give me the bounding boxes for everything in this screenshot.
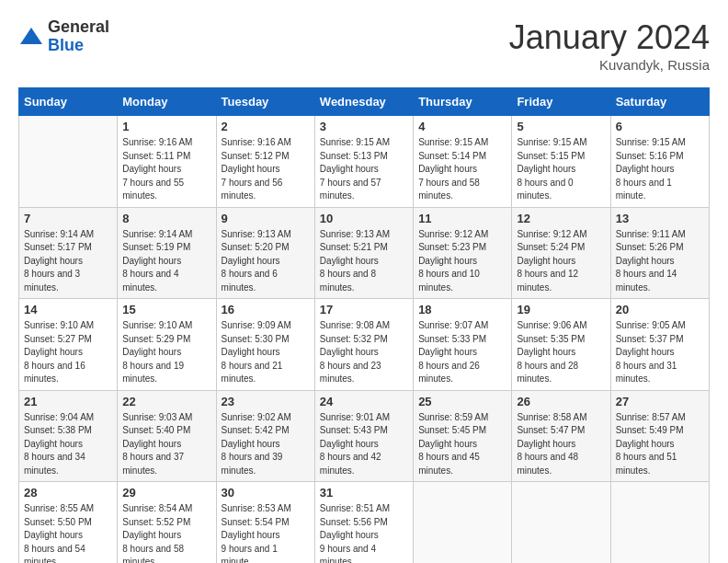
calendar-day-cell: 1Sunrise: 9:16 AMSunset: 5:11 PMDaylight… bbox=[118, 116, 216, 208]
day-info: Sunrise: 9:11 AMSunset: 5:26 PMDaylight … bbox=[616, 228, 704, 295]
calendar-day-cell: 26Sunrise: 8:58 AMSunset: 5:47 PMDayligh… bbox=[512, 390, 610, 482]
weekday-header-thursday: Thursday bbox=[414, 88, 512, 116]
calendar-day-cell: 17Sunrise: 9:08 AMSunset: 5:32 PMDayligh… bbox=[314, 299, 413, 391]
calendar-week-row: 28Sunrise: 8:55 AMSunset: 5:50 PMDayligh… bbox=[19, 482, 710, 564]
day-number: 28 bbox=[24, 486, 112, 500]
calendar-day-cell: 31Sunrise: 8:51 AMSunset: 5:56 PMDayligh… bbox=[314, 482, 413, 564]
day-number: 12 bbox=[517, 212, 605, 225]
calendar-day-cell: 13Sunrise: 9:11 AMSunset: 5:26 PMDayligh… bbox=[610, 207, 709, 299]
calendar-week-row: 7Sunrise: 9:14 AMSunset: 5:17 PMDaylight… bbox=[19, 207, 710, 299]
day-info: Sunrise: 9:14 AMSunset: 5:17 PMDaylight … bbox=[24, 228, 112, 295]
day-info: Sunrise: 8:54 AMSunset: 5:52 PMDaylight … bbox=[122, 502, 210, 563]
calendar-day-cell: 12Sunrise: 9:12 AMSunset: 5:24 PMDayligh… bbox=[512, 207, 610, 299]
day-number: 25 bbox=[418, 395, 506, 408]
logo-general-text: General bbox=[48, 17, 109, 36]
calendar-day-cell: 24Sunrise: 9:01 AMSunset: 5:43 PMDayligh… bbox=[314, 390, 413, 482]
calendar-day-cell bbox=[610, 482, 709, 564]
weekday-header-row: SundayMondayTuesdayWednesdayThursdayFrid… bbox=[19, 88, 710, 116]
day-info: Sunrise: 9:04 AMSunset: 5:38 PMDaylight … bbox=[24, 411, 112, 478]
calendar-day-cell: 2Sunrise: 9:16 AMSunset: 5:12 PMDaylight… bbox=[216, 116, 314, 208]
calendar-day-cell: 14Sunrise: 9:10 AMSunset: 5:27 PMDayligh… bbox=[19, 299, 118, 391]
calendar-day-cell: 9Sunrise: 9:13 AMSunset: 5:20 PMDaylight… bbox=[216, 207, 314, 299]
day-info: Sunrise: 9:13 AMSunset: 5:20 PMDaylight … bbox=[222, 228, 310, 295]
day-number: 2 bbox=[222, 120, 310, 133]
day-info: Sunrise: 9:01 AMSunset: 5:43 PMDaylight … bbox=[320, 411, 408, 478]
day-info: Sunrise: 9:12 AMSunset: 5:23 PMDaylight … bbox=[418, 228, 506, 295]
svg-marker-0 bbox=[20, 28, 42, 44]
day-number: 6 bbox=[616, 120, 704, 133]
calendar-day-cell: 11Sunrise: 9:12 AMSunset: 5:23 PMDayligh… bbox=[414, 207, 512, 299]
day-number: 27 bbox=[616, 395, 704, 408]
calendar-week-row: 21Sunrise: 9:04 AMSunset: 5:38 PMDayligh… bbox=[19, 390, 710, 482]
calendar-day-cell: 28Sunrise: 8:55 AMSunset: 5:50 PMDayligh… bbox=[19, 482, 118, 564]
day-number: 8 bbox=[122, 212, 210, 225]
day-info: Sunrise: 9:05 AMSunset: 5:37 PMDaylight … bbox=[616, 319, 704, 386]
calendar-day-cell: 5Sunrise: 9:15 AMSunset: 5:15 PMDaylight… bbox=[512, 116, 610, 208]
day-info: Sunrise: 9:10 AMSunset: 5:27 PMDaylight … bbox=[24, 319, 112, 386]
day-number: 11 bbox=[418, 212, 506, 225]
weekday-header-saturday: Saturday bbox=[610, 88, 709, 116]
calendar-day-cell bbox=[19, 116, 118, 208]
day-number: 24 bbox=[320, 395, 408, 408]
day-number: 23 bbox=[222, 395, 310, 408]
day-info: Sunrise: 9:12 AMSunset: 5:24 PMDaylight … bbox=[517, 228, 605, 295]
weekday-header-friday: Friday bbox=[512, 88, 610, 116]
calendar-day-cell: 6Sunrise: 9:15 AMSunset: 5:16 PMDaylight… bbox=[610, 116, 709, 208]
weekday-header-wednesday: Wednesday bbox=[314, 88, 413, 116]
calendar-day-cell bbox=[414, 482, 512, 564]
calendar-week-row: 1Sunrise: 9:16 AMSunset: 5:11 PMDaylight… bbox=[19, 116, 710, 208]
calendar-day-cell: 15Sunrise: 9:10 AMSunset: 5:29 PMDayligh… bbox=[118, 299, 216, 391]
day-number: 9 bbox=[222, 212, 310, 225]
day-info: Sunrise: 9:09 AMSunset: 5:30 PMDaylight … bbox=[222, 319, 310, 386]
page-header: General Blue January 2024 Kuvandyk, Russ… bbox=[18, 18, 710, 73]
calendar-table: SundayMondayTuesdayWednesdayThursdayFrid… bbox=[18, 87, 710, 563]
calendar-day-cell: 20Sunrise: 9:05 AMSunset: 5:37 PMDayligh… bbox=[610, 299, 709, 391]
day-info: Sunrise: 8:51 AMSunset: 5:56 PMDaylight … bbox=[320, 502, 408, 563]
day-info: Sunrise: 9:16 AMSunset: 5:11 PMDaylight … bbox=[122, 136, 210, 203]
day-number: 22 bbox=[122, 395, 210, 408]
calendar-day-cell: 8Sunrise: 9:14 AMSunset: 5:19 PMDaylight… bbox=[118, 207, 216, 299]
location-subtitle: Kuvandyk, Russia bbox=[509, 57, 710, 73]
day-info: Sunrise: 9:03 AMSunset: 5:40 PMDaylight … bbox=[122, 411, 210, 478]
day-number: 21 bbox=[24, 395, 112, 408]
day-number: 29 bbox=[122, 486, 210, 500]
day-number: 13 bbox=[616, 212, 704, 225]
weekday-header-tuesday: Tuesday bbox=[216, 88, 314, 116]
calendar-day-cell bbox=[512, 482, 610, 564]
day-info: Sunrise: 9:07 AMSunset: 5:33 PMDaylight … bbox=[418, 319, 506, 386]
day-info: Sunrise: 8:53 AMSunset: 5:54 PMDaylight … bbox=[222, 502, 310, 563]
calendar-day-cell: 3Sunrise: 9:15 AMSunset: 5:13 PMDaylight… bbox=[314, 116, 413, 208]
day-number: 19 bbox=[517, 303, 605, 316]
day-info: Sunrise: 9:16 AMSunset: 5:12 PMDaylight … bbox=[222, 136, 310, 203]
day-number: 17 bbox=[320, 303, 408, 316]
day-info: Sunrise: 9:13 AMSunset: 5:21 PMDaylight … bbox=[320, 228, 408, 295]
title-block: January 2024 Kuvandyk, Russia bbox=[509, 18, 710, 73]
logo-icon bbox=[18, 24, 44, 50]
calendar-day-cell: 27Sunrise: 8:57 AMSunset: 5:49 PMDayligh… bbox=[610, 390, 709, 482]
logo: General Blue bbox=[18, 18, 109, 55]
day-info: Sunrise: 9:08 AMSunset: 5:32 PMDaylight … bbox=[320, 319, 408, 386]
calendar-day-cell: 18Sunrise: 9:07 AMSunset: 5:33 PMDayligh… bbox=[414, 299, 512, 391]
day-info: Sunrise: 9:15 AMSunset: 5:14 PMDaylight … bbox=[418, 136, 506, 203]
calendar-day-cell: 7Sunrise: 9:14 AMSunset: 5:17 PMDaylight… bbox=[19, 207, 118, 299]
calendar-day-cell: 10Sunrise: 9:13 AMSunset: 5:21 PMDayligh… bbox=[314, 207, 413, 299]
month-title: January 2024 bbox=[509, 18, 710, 57]
weekday-header-monday: Monday bbox=[118, 88, 216, 116]
day-info: Sunrise: 8:59 AMSunset: 5:45 PMDaylight … bbox=[418, 411, 506, 478]
calendar-day-cell: 23Sunrise: 9:02 AMSunset: 5:42 PMDayligh… bbox=[216, 390, 314, 482]
day-number: 7 bbox=[24, 212, 112, 225]
calendar-day-cell: 4Sunrise: 9:15 AMSunset: 5:14 PMDaylight… bbox=[414, 116, 512, 208]
day-info: Sunrise: 9:02 AMSunset: 5:42 PMDaylight … bbox=[222, 411, 310, 478]
day-number: 4 bbox=[418, 120, 506, 133]
day-number: 26 bbox=[517, 395, 605, 408]
calendar-day-cell: 29Sunrise: 8:54 AMSunset: 5:52 PMDayligh… bbox=[118, 482, 216, 564]
day-info: Sunrise: 8:57 AMSunset: 5:49 PMDaylight … bbox=[616, 411, 704, 478]
day-number: 1 bbox=[122, 120, 210, 133]
day-number: 16 bbox=[222, 303, 310, 316]
day-info: Sunrise: 8:55 AMSunset: 5:50 PMDaylight … bbox=[24, 502, 112, 563]
day-number: 15 bbox=[122, 303, 210, 316]
day-number: 20 bbox=[616, 303, 704, 316]
calendar-day-cell: 19Sunrise: 9:06 AMSunset: 5:35 PMDayligh… bbox=[512, 299, 610, 391]
calendar-day-cell: 16Sunrise: 9:09 AMSunset: 5:30 PMDayligh… bbox=[216, 299, 314, 391]
calendar-day-cell: 21Sunrise: 9:04 AMSunset: 5:38 PMDayligh… bbox=[19, 390, 118, 482]
